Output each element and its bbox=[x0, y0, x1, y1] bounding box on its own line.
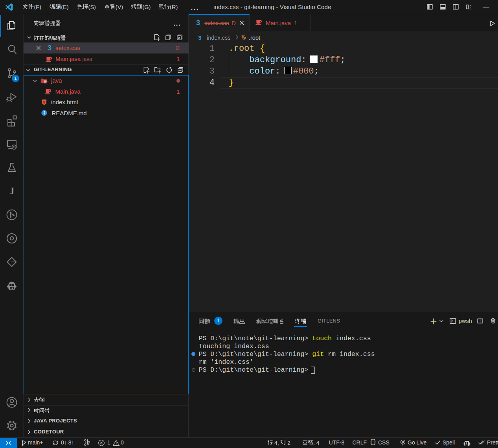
svg-text:J: J bbox=[9, 186, 15, 196]
